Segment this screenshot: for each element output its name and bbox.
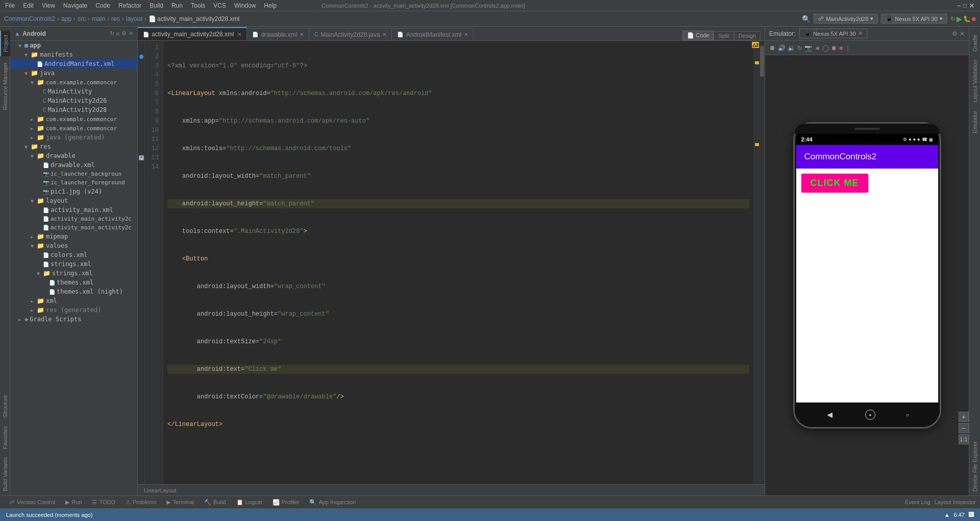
vertical-scrollbar[interactable]: [760, 41, 765, 484]
emulator-stop-button[interactable]: ■: [839, 44, 843, 52]
split-view-button[interactable]: Split: [714, 31, 733, 40]
tree-item-res-gen[interactable]: ► 📁 res (generated): [10, 305, 137, 315]
device-dropdown[interactable]: 📱 Nexus 5X API 30 ▾: [881, 14, 947, 23]
sidebar-item-device-file-explorer[interactable]: Device File Explorer: [970, 437, 979, 495]
emulator-more-button[interactable]: ⋮: [845, 44, 851, 52]
emulator-record-button[interactable]: ⏺: [831, 44, 837, 52]
bottom-tab-version-control[interactable]: ☍ Version Control: [4, 498, 60, 507]
breadcrumb-src[interactable]: src: [78, 15, 86, 22]
design-view-button[interactable]: Design: [734, 31, 761, 40]
emulator-volume-down-button[interactable]: 🔉: [788, 44, 795, 52]
bottom-tab-build[interactable]: 🔨 Build: [199, 498, 231, 507]
sidebar-item-gradle[interactable]: Gradle: [970, 31, 979, 56]
tree-item-strings[interactable]: 📄 strings.xml: [10, 259, 137, 269]
sidebar-item-emulator[interactable]: Emulator: [970, 107, 979, 137]
maximize-button[interactable]: □: [963, 2, 967, 10]
sidebar-item-favorites[interactable]: Favorites: [1, 422, 10, 453]
tree-item-gradle-scripts[interactable]: ► ◆ Gradle Scripts: [10, 315, 137, 324]
tree-item-colors[interactable]: 📄 colors.xml: [10, 250, 137, 259]
phone-back-nav[interactable]: ◄: [825, 410, 835, 420]
sidebar-item-project[interactable]: Project: [0, 31, 10, 56]
editor-tab-active[interactable]: 📄 activity_main_activity2d28.xml ✕: [138, 27, 247, 40]
search-toolbar-button[interactable]: 🔍: [802, 15, 811, 23]
menu-file[interactable]: File: [1, 1, 19, 10]
tree-item-themes-folder[interactable]: ▼ 📁 strings.xml: [10, 269, 137, 278]
tree-item-mainactivity2d28[interactable]: C MainActivity2d28: [10, 105, 137, 114]
tree-item-ic-launcher-bg[interactable]: 📷 ic_launcher_backgroun: [10, 170, 137, 178]
minimize-button[interactable]: −: [957, 2, 961, 10]
panel-sync-button[interactable]: ↻: [110, 30, 114, 37]
tree-item-com1[interactable]: ▼ 📁 com.example.commoncor: [10, 78, 137, 87]
breadcrumb-app[interactable]: CommonControls2: [4, 15, 55, 22]
tree-item-activity-2c2[interactable]: 📄 activity_main_activity2c: [10, 223, 137, 232]
menu-edit[interactable]: Edit: [19, 1, 38, 10]
bottom-tab-problems[interactable]: ⚠ Problems: [120, 498, 161, 507]
menu-navigate[interactable]: Navigate: [59, 1, 91, 10]
close-icon[interactable]: ✕: [382, 32, 386, 37]
panel-close-button[interactable]: ✕: [129, 30, 133, 37]
tree-item-com3[interactable]: ► 📁 com.example.commoncor: [10, 124, 137, 133]
code-content[interactable]: <?xml version="1.0" encoding="utf-8"?> <…: [163, 41, 753, 484]
sidebar-item-structure[interactable]: Structure: [1, 391, 10, 422]
menu-view[interactable]: View: [38, 1, 59, 10]
emulator-screenshot-button[interactable]: 📷: [804, 44, 812, 52]
emulator-device-dropdown[interactable]: 📱 Nexus 5X API 30 ✕: [799, 29, 867, 38]
menu-window[interactable]: Window: [230, 1, 260, 10]
zoom-out-button[interactable]: −: [959, 423, 969, 433]
code-view-button[interactable]: 📄 Code: [682, 31, 714, 40]
tree-item-manifests[interactable]: ▼ 📁 manifests: [10, 50, 137, 59]
tree-item-activity-main[interactable]: 📄 activity_main.xml: [10, 205, 137, 215]
tree-item-pic1[interactable]: 📷 pic1.jpg (v24): [10, 187, 137, 196]
scrollbar-thumb[interactable]: [760, 46, 764, 77]
menu-help[interactable]: Help: [260, 1, 281, 10]
bottom-tab-todo[interactable]: ☰ TODO: [87, 498, 120, 507]
emulator-power-button[interactable]: ⏺: [769, 44, 776, 52]
sidebar-item-resource-manager[interactable]: Resource Manager: [1, 58, 10, 114]
zoom-in-button[interactable]: +: [959, 412, 969, 422]
bottom-tab-logcat[interactable]: 📋 Logcat: [231, 498, 267, 507]
tree-item-layout[interactable]: ▼ 📁 layout: [10, 196, 137, 205]
tree-item-values[interactable]: ▼ 📁 values: [10, 241, 137, 250]
tree-item-xml[interactable]: ► 📁 xml: [10, 296, 137, 305]
tree-item-drawable-xml[interactable]: 📄 drawable.xml: [10, 160, 137, 170]
breadcrumb-layout[interactable]: layout: [126, 15, 142, 22]
menu-build[interactable]: Build: [145, 1, 167, 10]
bottom-tab-profiler[interactable]: 📈 Profiler: [267, 498, 305, 507]
emulator-home-button-toolbar[interactable]: ◯: [822, 44, 829, 52]
sidebar-item-build-variants[interactable]: Build Variants: [1, 453, 10, 495]
bottom-tab-terminal[interactable]: ▶ Terminal: [161, 498, 199, 507]
editor-tab-manifest[interactable]: 📄 AndroidManifest.xml ✕: [392, 28, 474, 40]
emulator-settings-button[interactable]: ⚙: [952, 30, 958, 37]
click-me-button[interactable]: CLICK ME: [801, 174, 868, 193]
tree-item-mainactivity[interactable]: C MainActivity: [10, 87, 137, 96]
sidebar-item-layout-validation[interactable]: Layout Validation: [970, 56, 979, 107]
tree-item-activity-2c1[interactable]: 📄 activity_main_activity2c: [10, 215, 137, 223]
menu-refactor[interactable]: Refactor: [114, 1, 145, 10]
run-button[interactable]: ▶: [957, 15, 962, 23]
zoom-reset-button[interactable]: 1:1: [959, 434, 969, 444]
tree-item-androidmanifest[interactable]: 📄 AndroidManifest.xml: [10, 59, 137, 68]
tree-item-mipmap[interactable]: ► 📁 mipmap: [10, 232, 137, 241]
panel-settings-button[interactable]: ⚙: [121, 30, 127, 37]
tree-item-java[interactable]: ▼ 📁 java: [10, 68, 137, 78]
stop-button[interactable]: ■: [972, 15, 976, 23]
event-log-label[interactable]: Event Log: [905, 499, 930, 505]
close-button[interactable]: ✕: [969, 2, 975, 10]
close-icon[interactable]: ✕: [858, 30, 863, 37]
debug-button[interactable]: 🐛: [963, 15, 971, 23]
tree-item-res[interactable]: ▼ 📁 res: [10, 142, 137, 151]
editor-tab-mainactivity[interactable]: C MainActivity2d28.java ✕: [309, 28, 392, 40]
tree-item-mainactivity2d26[interactable]: C MainActivity2d26: [10, 96, 137, 105]
editor-tab-drawable[interactable]: 📄 drawable.xml ✕: [247, 28, 309, 40]
tree-item-drawable[interactable]: ▼ 📁 drawable: [10, 151, 137, 160]
tree-item-app[interactable]: ▼ ■ app: [10, 41, 137, 50]
menu-vcs[interactable]: VCS: [209, 1, 230, 10]
tree-item-themes-xml-night[interactable]: 📄 themes.xml (night): [10, 287, 137, 296]
phone-home-nav[interactable]: ●: [865, 410, 875, 420]
menu-run[interactable]: Run: [167, 1, 187, 10]
emulator-volume-up-button[interactable]: 🔊: [778, 44, 786, 52]
close-icon[interactable]: ✕: [300, 32, 304, 37]
tree-item-java-gen[interactable]: ► 📁 java (generated): [10, 133, 137, 142]
build-refresh-button[interactable]: ↻: [950, 15, 955, 23]
tree-item-themes-xml[interactable]: 📄 themes.xml: [10, 278, 137, 287]
